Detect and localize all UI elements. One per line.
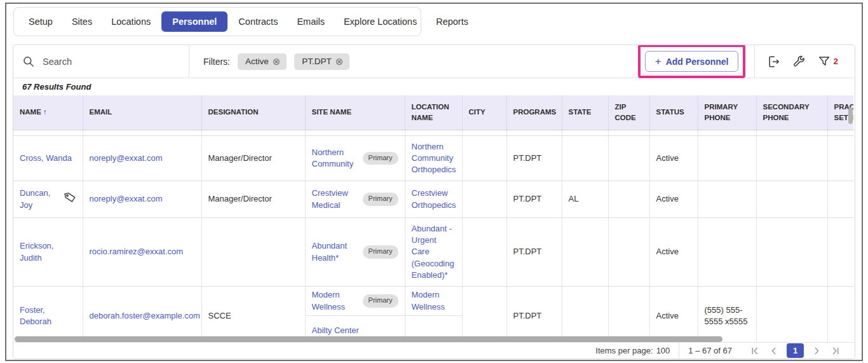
results-count: 67 Results Found — [22, 82, 91, 92]
location-link[interactable]: Modern Wellness — [412, 289, 456, 312]
tab-setup[interactable]: Setup — [20, 11, 61, 32]
tab-locations[interactable]: Locations — [103, 11, 159, 32]
cell-location-name: Crestview Orthopedics — [405, 181, 462, 218]
toolbar-icons: 2 — [755, 55, 855, 69]
tab-explore-locations[interactable]: Explore Locations — [336, 11, 425, 32]
location-link[interactable]: Crestview Orthopedics — [412, 188, 456, 209]
site-link[interactable]: Abundant Health* — [312, 240, 359, 263]
person-link[interactable]: Cross, Wanda — [20, 153, 72, 164]
header-row: NAME ↑ EMAIL DESIGNATION SITE NAME LOCAT… — [13, 95, 853, 130]
tab-reports[interactable]: Reports — [428, 11, 477, 32]
toolbar: Filters: Active ⊗ PT.DPT ⊗ + Add Personn… — [13, 45, 855, 78]
site-link[interactable]: Crestview Medical — [312, 188, 359, 210]
location-link[interactable]: Northern Community Orthopedics — [412, 142, 456, 174]
cell-programs: PT.DPT — [506, 218, 562, 287]
tab-contracts[interactable]: Contracts — [230, 11, 286, 32]
cell-name: Cross, Wanda — [13, 135, 83, 181]
cell-practice-setting — [827, 181, 853, 218]
cell-primary-phone — [698, 135, 756, 181]
col-secondary-phone[interactable]: SECONDARY PHONE — [756, 95, 827, 130]
col-email[interactable]: EMAIL — [83, 95, 201, 130]
person-link[interactable]: Erickson, Judith — [20, 240, 76, 263]
cell-site-name: Northern Community Primary — [305, 135, 405, 181]
chip-close-icon[interactable]: ⊗ — [273, 57, 281, 66]
col-state[interactable]: STATE — [562, 95, 608, 130]
add-personnel-button[interactable]: + Add Personnel — [645, 51, 739, 72]
chip-close-icon[interactable]: ⊗ — [336, 57, 344, 66]
filter-chip-active[interactable]: Active ⊗ — [238, 53, 287, 70]
cell-name: Duncan, Joy — [13, 181, 83, 218]
col-primary-phone[interactable]: PRIMARY PHONE — [698, 95, 756, 130]
results-row: 67 Results Found — [13, 78, 855, 95]
filter-count-badge: 2 — [833, 57, 838, 66]
person-link[interactable]: Foster, Deborah — [20, 305, 76, 327]
previous-page-icon[interactable] — [768, 345, 780, 357]
tab-emails[interactable]: Emails — [288, 11, 333, 32]
col-city[interactable]: CITY — [462, 95, 506, 130]
col-location-name[interactable]: LOCATION NAME — [405, 95, 462, 130]
cell-secondary-phone — [756, 287, 827, 346]
cell-programs: PT.DPT — [506, 135, 562, 181]
items-per-page-value[interactable]: 100 — [656, 346, 670, 355]
col-label: NAME — [20, 108, 41, 116]
email-link[interactable]: noreply@exxat.com — [90, 194, 163, 203]
cell-state — [562, 135, 608, 181]
cell-designation — [201, 218, 305, 287]
filters-group: Filters: Active ⊗ PT.DPT ⊗ — [189, 53, 638, 70]
cell-zip-code — [608, 181, 649, 218]
search-box — [13, 45, 189, 78]
cell-email: rocio.ramirez@exxat.com — [83, 218, 201, 287]
primary-badge: Primary — [363, 245, 398, 258]
cell-status: Active — [649, 135, 698, 181]
filter-chip-label: PT.DPT — [302, 57, 332, 66]
site-link[interactable]: Modern Wellness — [312, 289, 359, 312]
export-icon[interactable] — [766, 55, 780, 69]
first-page-icon[interactable] — [749, 345, 761, 357]
col-status[interactable]: STATUS — [649, 95, 698, 130]
current-page-button[interactable]: 1 — [787, 343, 804, 358]
person-link[interactable]: Duncan, Joy — [20, 188, 59, 210]
col-designation[interactable]: DESIGNATION — [201, 95, 305, 130]
col-programs[interactable]: PROGRAMS — [506, 95, 562, 130]
footer-divider — [679, 343, 679, 359]
tab-sites[interactable]: Sites — [64, 11, 100, 32]
col-name[interactable]: NAME ↑ — [13, 95, 83, 130]
site-link[interactable]: Abilty Center — [312, 325, 359, 336]
horizontal-scrollbar[interactable] — [15, 336, 722, 342]
cell-primary-phone — [698, 218, 756, 287]
cell-city — [462, 218, 506, 287]
vertical-scrollbar[interactable] — [848, 107, 853, 124]
plus-icon: + — [655, 56, 661, 67]
table-row: Erickson, Judith rocio.ramirez@exxat.com… — [13, 218, 853, 287]
cell-state — [562, 218, 608, 287]
last-page-icon[interactable] — [829, 345, 842, 357]
cell-secondary-phone — [756, 218, 827, 287]
next-page-icon[interactable] — [810, 345, 823, 357]
cell-secondary-phone — [756, 181, 827, 218]
sort-ascending-icon: ↑ — [43, 108, 47, 116]
cell-city — [462, 135, 506, 181]
cell-name: Erickson, Judith — [13, 218, 83, 287]
location-link[interactable]: Abundant - Urgent Care (Geocoding Enable… — [412, 224, 454, 280]
tab-personnel[interactable]: Personnel — [161, 11, 227, 32]
email-link[interactable]: deborah.foster@example.com — [90, 311, 200, 320]
col-site-name[interactable]: SITE NAME — [305, 95, 405, 130]
cell-email: noreply@exxat.com — [83, 135, 201, 181]
cell-status: Active — [649, 181, 698, 218]
filter-funnel-icon[interactable]: 2 — [818, 55, 838, 68]
email-link[interactable]: noreply@exxat.com — [90, 153, 163, 163]
filter-chip-label: Active — [245, 57, 269, 66]
col-zip-code[interactable]: ZIP CODE — [608, 95, 649, 130]
pager: 1 — [749, 343, 842, 358]
cell-status: Active — [649, 218, 698, 287]
wrench-icon[interactable] — [792, 55, 806, 68]
cell-site-name: Crestview Medical Primary — [305, 181, 405, 218]
personnel-panel: Filters: Active ⊗ PT.DPT ⊗ + Add Personn… — [13, 45, 855, 359]
search-icon — [22, 55, 35, 68]
site-link[interactable]: Northern Community — [312, 147, 359, 170]
search-input[interactable] — [43, 57, 163, 67]
email-link[interactable]: rocio.ramirez@exxat.com — [90, 247, 184, 256]
cell-designation: Manager/Director — [201, 135, 305, 181]
tab-bar: Setup Sites Locations Personnel Contract… — [13, 7, 421, 36]
filter-chip-ptdpt[interactable]: PT.DPT ⊗ — [294, 53, 349, 70]
